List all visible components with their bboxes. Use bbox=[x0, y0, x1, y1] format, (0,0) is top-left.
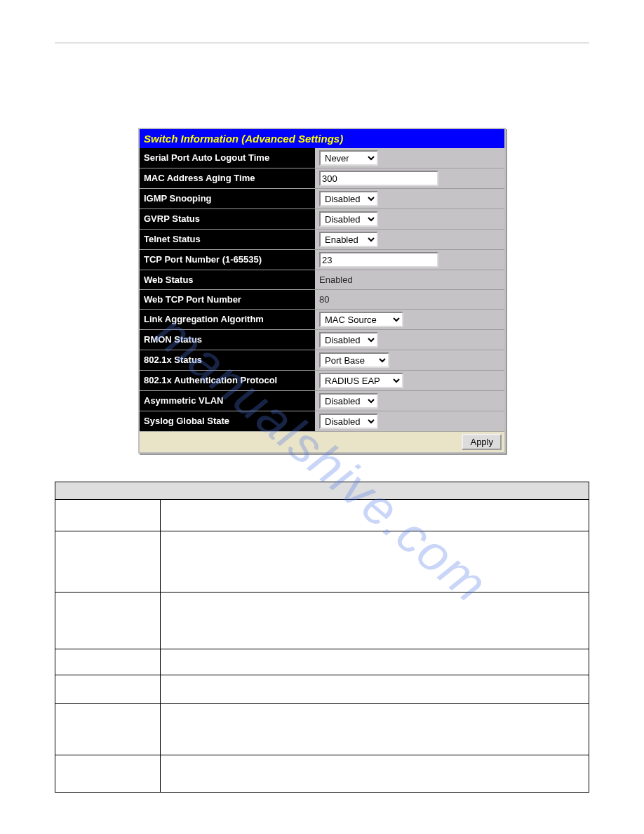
apply-button[interactable]: Apply bbox=[462, 434, 502, 450]
asym-vlan-select[interactable]: Disabled bbox=[319, 393, 378, 409]
setting-control-syslog-state: Disabled bbox=[315, 411, 504, 431]
tcp-port-input[interactable] bbox=[319, 252, 438, 267]
panel-title: Switch Information (Advanced Settings) bbox=[140, 129, 504, 148]
parameter-name-cell bbox=[55, 704, 161, 755]
parameter-name-cell bbox=[55, 649, 161, 675]
setting-control-telnet-status: Enabled bbox=[315, 230, 504, 249]
telnet-status-select[interactable]: Enabled bbox=[319, 232, 378, 247]
setting-label-web-tcp-port: Web TCP Port Number bbox=[140, 290, 315, 309]
top-divider bbox=[55, 42, 589, 44]
setting-label-dot1x-auth: 802.1x Authentication Protocol bbox=[140, 371, 315, 390]
parameter-desc-cell bbox=[161, 649, 589, 675]
setting-label-asym-vlan: Asymmetric VLAN bbox=[140, 391, 315, 411]
setting-label-igmp-snooping: IGMP Snooping bbox=[140, 189, 315, 208]
setting-control-dot1x-auth: RADIUS EAP bbox=[315, 371, 504, 390]
setting-label-tcp-port: TCP Port Number (1-65535) bbox=[140, 250, 315, 270]
setting-row-igmp-snooping: IGMP SnoopingDisabled bbox=[140, 188, 504, 208]
dot1x-status-select[interactable]: Port Base bbox=[319, 352, 389, 368]
dot1x-auth-select[interactable]: RADIUS EAP bbox=[319, 373, 403, 388]
web-status-value: Enabled bbox=[319, 274, 353, 285]
setting-row-serial-logout: Serial Port Auto Logout TimeNever bbox=[140, 148, 504, 168]
setting-label-web-status: Web Status bbox=[140, 270, 315, 289]
setting-control-mac-aging bbox=[315, 168, 504, 188]
setting-row-telnet-status: Telnet StatusEnabled bbox=[140, 229, 504, 249]
table-row bbox=[55, 675, 589, 704]
setting-control-serial-logout: Never bbox=[315, 148, 504, 168]
table-row bbox=[55, 649, 589, 675]
setting-label-telnet-status: Telnet Status bbox=[140, 230, 315, 249]
parameter-desc-cell bbox=[161, 675, 589, 704]
parameter-desc-cell bbox=[161, 593, 589, 649]
table-row bbox=[55, 704, 589, 755]
setting-row-syslog-state: Syslog Global StateDisabled bbox=[140, 411, 504, 431]
serial-logout-select[interactable]: Never bbox=[319, 150, 378, 166]
parameter-table-header-row bbox=[55, 482, 589, 500]
rmon-status-select[interactable]: Disabled bbox=[319, 332, 378, 348]
parameter-name-cell bbox=[55, 755, 161, 793]
setting-row-mac-aging: MAC Address Aging Time bbox=[140, 168, 504, 188]
setting-row-web-status: Web StatusEnabled bbox=[140, 270, 504, 289]
gvrp-status-select[interactable]: Disabled bbox=[319, 211, 378, 227]
setting-label-link-agg: Link Aggregation Algorithm bbox=[140, 310, 315, 329]
setting-row-dot1x-status: 802.1x StatusPort Base bbox=[140, 350, 504, 370]
setting-label-mac-aging: MAC Address Aging Time bbox=[140, 168, 315, 188]
setting-control-gvrp-status: Disabled bbox=[315, 209, 504, 229]
parameter-name-cell bbox=[55, 500, 161, 531]
parameter-desc-cell bbox=[161, 531, 589, 593]
setting-row-web-tcp-port: Web TCP Port Number80 bbox=[140, 289, 504, 309]
parameter-name-cell bbox=[55, 531, 161, 593]
web-tcp-port-value: 80 bbox=[319, 294, 329, 305]
setting-row-link-agg: Link Aggregation AlgorithmMAC Source bbox=[140, 309, 504, 329]
parameter-desc-cell bbox=[161, 704, 589, 755]
setting-row-tcp-port: TCP Port Number (1-65535) bbox=[140, 249, 504, 270]
setting-control-igmp-snooping: Disabled bbox=[315, 189, 504, 208]
setting-row-gvrp-status: GVRP StatusDisabled bbox=[140, 208, 504, 229]
parameter-desc-cell bbox=[161, 500, 589, 531]
igmp-snooping-select[interactable]: Disabled bbox=[319, 191, 378, 206]
panel-footer: Apply bbox=[140, 431, 504, 452]
setting-control-tcp-port bbox=[315, 250, 504, 270]
setting-label-dot1x-status: 802.1x Status bbox=[140, 350, 315, 370]
setting-control-rmon-status: Disabled bbox=[315, 330, 504, 350]
table-row bbox=[55, 500, 589, 531]
setting-row-dot1x-auth: 802.1x Authentication ProtocolRADIUS EAP bbox=[140, 370, 504, 390]
setting-control-web-status: Enabled bbox=[315, 270, 504, 289]
parameter-table bbox=[55, 482, 589, 793]
setting-control-asym-vlan: Disabled bbox=[315, 391, 504, 411]
setting-label-gvrp-status: GVRP Status bbox=[140, 209, 315, 229]
table-row bbox=[55, 531, 589, 593]
parameter-name-cell bbox=[55, 675, 161, 704]
setting-control-link-agg: MAC Source bbox=[315, 310, 504, 329]
setting-control-web-tcp-port: 80 bbox=[315, 290, 504, 309]
table-row bbox=[55, 593, 589, 649]
parameter-desc-cell bbox=[161, 755, 589, 793]
setting-control-dot1x-status: Port Base bbox=[315, 350, 504, 370]
setting-row-asym-vlan: Asymmetric VLANDisabled bbox=[140, 390, 504, 411]
setting-label-syslog-state: Syslog Global State bbox=[140, 411, 315, 431]
parameter-name-cell bbox=[55, 593, 161, 649]
mac-aging-input[interactable] bbox=[319, 171, 438, 186]
settings-panel: Switch Information (Advanced Settings) S… bbox=[138, 128, 506, 454]
syslog-state-select[interactable]: Disabled bbox=[319, 413, 378, 429]
setting-label-rmon-status: RMON Status bbox=[140, 330, 315, 350]
link-agg-select[interactable]: MAC Source bbox=[319, 312, 403, 327]
setting-label-serial-logout: Serial Port Auto Logout Time bbox=[140, 148, 315, 168]
parameter-table-header bbox=[55, 482, 589, 500]
table-row bbox=[55, 755, 589, 793]
setting-row-rmon-status: RMON StatusDisabled bbox=[140, 329, 504, 350]
